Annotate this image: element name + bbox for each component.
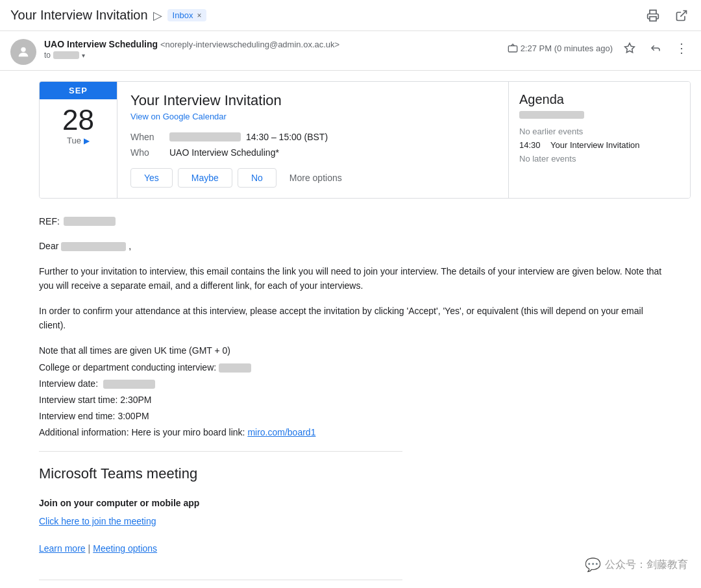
event-who-row: Who UAO Interview Scheduling* [130,147,495,158]
agenda-date-blurred [519,111,584,119]
rsvp-buttons: Yes Maybe No More options [130,168,495,188]
body-paragraph-2: In order to confirm your attendance at t… [39,304,662,333]
watermark-text: 公众号：剑藤教育 [605,558,688,572]
ref-label: REF: [39,214,60,228]
email-meta: 2:27 PM (0 minutes ago) ⋮ [508,39,691,57]
when-time: 14:30 – 15:00 (BST) [246,132,328,142]
additional-label: Additional information: Here is your mir… [39,427,245,437]
body-paragraph-1: Further to your invitation to interview,… [39,264,662,293]
invite-card: Sep 28 Tue ▶ Your Interview Invitation V… [39,81,691,199]
when-date-blurred [169,132,241,141]
calendar-day: 28 [62,104,94,136]
bottom-divider [39,580,402,580]
calendar-arrow-icon: ▶ [84,136,90,145]
wechat-icon: 💬 [585,557,601,572]
agenda-event-name: Your Interview Invitation [550,140,640,150]
meeting-options-link[interactable]: Meeting options [93,541,157,556]
sender-name: UAO Interview Scheduling [44,39,158,49]
agenda-column: Agenda No earlier events 14:30 Your Inte… [508,82,690,198]
date-line: Interview date: [39,376,662,392]
learn-more-link[interactable]: Learn more [39,541,86,556]
agenda-title: Agenda [519,92,680,107]
timestamp: 2:27 PM (0 minutes ago) [521,43,613,53]
agenda-no-later: No later events [519,154,680,164]
email-body: REF: Dear , Further to your invitation t… [0,209,701,588]
calendar-weekday: Tue ▶ [67,136,90,145]
reply-icon[interactable] [646,39,665,57]
dear-line: Dear , [39,239,662,253]
svg-point-2 [21,47,25,52]
view-on-google-calendar-link[interactable]: View on Google Calendar [130,112,495,121]
info-block: Note that all times are given UK time (G… [39,343,662,441]
end-time-line: Interview end time: 3:00PM [39,408,662,424]
dear-name-blurred [61,242,126,251]
teams-join-link[interactable]: Click here to join the meeting [39,514,662,528]
calendar-month: Sep [40,82,117,99]
who-value: UAO Interview Scheduling* [169,147,279,158]
who-label: Who [130,147,169,158]
svg-rect-0 [650,16,656,21]
event-details: Your Interview Invitation View on Google… [117,82,508,198]
teams-title: Microsoft Teams meeting [39,462,662,485]
svg-line-1 [680,10,686,16]
to-line: to ▾ [44,51,508,60]
camera-icon [508,43,518,53]
teams-footer: Learn more | Meeting options [39,541,662,556]
top-bar: Your Interview Invitation ▷ Inbox × [0,0,701,31]
watermark: 💬 公众号：剑藤教育 [585,557,688,572]
badge-close-button[interactable]: × [197,11,201,20]
avatar [10,39,36,65]
teams-join-label: Join on your computer or mobile app [39,496,662,510]
ref-value-blurred [64,217,116,226]
event-when-row: When 14:30 – 15:00 (BST) [130,132,495,142]
svg-marker-4 [625,43,635,53]
external-link-icon[interactable] [672,6,691,25]
section-divider [39,451,402,452]
to-label: to [44,51,51,60]
calendar-date-column: Sep 28 Tue ▶ [40,82,117,198]
ref-line: REF: [39,214,662,228]
sender-line: UAO Interview Scheduling <noreply-interv… [44,39,508,49]
dear-label: Dear [39,239,58,253]
when-value: 14:30 – 15:00 (BST) [169,132,328,142]
sender-email: <noreply-interviewscheduling@admin.ox.ac… [160,40,339,49]
email-subject-title: Your Interview Invitation [10,8,148,23]
date-value-blurred [103,380,155,389]
college-label: College or department conducting intervi… [39,362,216,373]
forward-arrow-icon: ▷ [153,8,162,23]
star-icon[interactable] [621,39,639,57]
additional-info-line: Additional information: Here is your mir… [39,424,662,441]
college-line: College or department conducting intervi… [39,360,662,376]
rsvp-yes-button[interactable]: Yes [130,168,173,188]
event-title: Your Interview Invitation [130,92,495,109]
agenda-no-earlier: No earlier events [519,127,680,136]
email-time: 2:27 PM (0 minutes ago) [508,43,613,53]
print-icon[interactable] [644,6,662,25]
miro-link[interactable]: miro.com/board1 [247,427,315,437]
date-label: Interview date: [39,378,98,389]
more-options-icon[interactable]: ⋮ [672,39,691,57]
top-bar-actions [644,6,691,25]
agenda-event-time: 14:30 [519,140,545,150]
teams-section: Microsoft Teams meeting Join on your com… [39,462,662,569]
badge-label: Inbox [173,10,193,20]
svg-rect-3 [508,46,517,52]
college-value-blurred [219,363,251,373]
dear-suffix: , [129,239,131,253]
who-name: UAO Interview Scheduling* [169,147,279,158]
start-time-line: Interview start time: 2:30PM [39,392,662,408]
to-dropdown-icon[interactable]: ▾ [82,52,85,59]
rsvp-maybe-button[interactable]: Maybe [178,168,232,188]
rsvp-more-options-button[interactable]: More options [282,168,350,188]
recipient-blurred [53,51,79,59]
email-header: UAO Interview Scheduling <noreply-interv… [0,31,701,71]
when-label: When [130,132,169,142]
rsvp-no-button[interactable]: No [238,168,277,188]
note-times-line: Note that all times are given UK time (G… [39,343,662,359]
agenda-event-row: 14:30 Your Interview Invitation [519,140,680,150]
inbox-badge[interactable]: Inbox × [167,9,207,21]
footer-separator: | [88,541,91,556]
sender-info: UAO Interview Scheduling <noreply-interv… [44,39,508,60]
